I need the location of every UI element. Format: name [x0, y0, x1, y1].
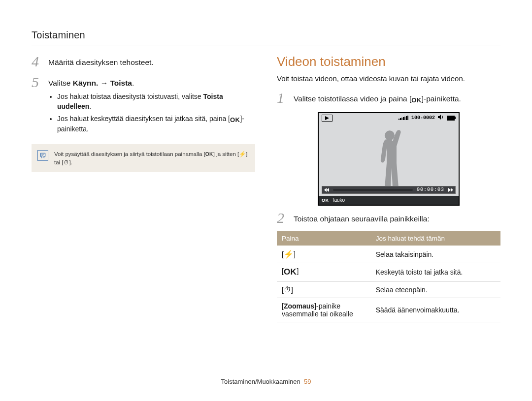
table-header: Jos haluat tehdä tämän	[371, 231, 500, 246]
table-row: [⏱] Selaa eteenpäin.	[277, 281, 500, 298]
step-4: 4 Määritä diaesityksen tehosteet.	[32, 54, 255, 70]
left-column: 4 Määritä diaesityksen tehosteet. 5 Vali…	[32, 54, 255, 322]
heading-video-playback: Videon toistaminen	[277, 54, 500, 69]
section-title: Toistaminen	[32, 30, 500, 41]
ok-icon: OK	[411, 96, 422, 105]
svg-marker-6	[451, 188, 453, 192]
svg-point-2	[385, 130, 395, 140]
step-text: Toistoa ohjataan seuraavilla painikkeill…	[294, 211, 430, 226]
volume-icon	[438, 115, 444, 121]
right-column: Videon toistaminen Voit toistaa videon, …	[277, 54, 500, 322]
table-row: [Zoomaus]-painike vasemmalle tai oikeall…	[277, 298, 500, 322]
step-1: 1 Valitse toistotilassa video ja paina […	[277, 91, 500, 107]
step-5: 5 Valitse Käynn. → Toista. Jos haluat to…	[32, 75, 255, 137]
svg-marker-1	[438, 115, 441, 120]
table-header: Paina	[277, 231, 371, 246]
ok-label: OK	[322, 198, 329, 203]
pause-label: Tauko	[332, 197, 345, 203]
timestamp: 00:00:03	[415, 187, 446, 192]
bullet-item: Jos haluat keskeyttää diaesityksen tai j…	[57, 114, 255, 134]
svg-marker-0	[325, 116, 329, 120]
timer-icon: ⏱	[64, 159, 69, 165]
step-text: Valitse Käynn. → Toista. Jos haluat tois…	[48, 75, 255, 137]
ok-icon: OK	[284, 267, 297, 277]
svg-marker-5	[448, 188, 451, 192]
divider	[32, 45, 500, 45]
rewind-icon	[322, 186, 331, 193]
person-silhouette	[369, 128, 408, 194]
camera-screen: 100-0002	[318, 112, 460, 206]
intro-text: Voit toistaa videon, ottaa videosta kuva…	[277, 74, 500, 83]
flash-icon: ⚡	[239, 151, 246, 157]
step-number: 2	[277, 211, 288, 226]
note-box: Voit pysäyttää diaesityksen ja siirtyä t…	[32, 144, 255, 172]
page-footer: Toistaminen/Muokkaaminen 59	[0, 378, 532, 385]
bullet-item: Jos haluat toistaa diaesitystä toistuvas…	[57, 92, 255, 111]
play-mode-icon	[322, 115, 332, 122]
progress-track	[333, 189, 413, 191]
step-number: 1	[277, 91, 288, 107]
table-row: [OK] Keskeytä toisto tai jatka sitä.	[277, 263, 500, 281]
forward-icon	[446, 186, 455, 193]
svg-marker-3	[327, 188, 329, 192]
table-row: [⚡] Selaa takaisinpäin.	[277, 246, 500, 263]
step-text: Valitse toistotilassa video ja paina [OK…	[294, 91, 461, 107]
battery-icon	[447, 116, 456, 121]
play-bar: 00:00:03	[322, 186, 456, 194]
camera-topbar: 100-0002	[319, 113, 459, 123]
step-number: 4	[32, 54, 42, 70]
note-text: Voit pysäyttää diaesityksen ja siirtyä t…	[54, 150, 248, 166]
ok-icon: OK	[230, 116, 240, 124]
signal-icon	[399, 116, 408, 120]
flash-icon: ⚡	[284, 250, 294, 258]
camera-bottombar: OK Tauko	[319, 196, 459, 205]
file-counter: 100-0002	[411, 115, 435, 121]
step-number: 5	[32, 75, 42, 137]
controls-table: Paina Jos haluat tehdä tämän [⚡] Selaa t…	[277, 231, 500, 322]
timer-icon: ⏱	[284, 285, 291, 294]
svg-marker-4	[324, 188, 327, 192]
ok-icon: OK	[205, 152, 213, 157]
step-text: Määritä diaesityksen tehosteet.	[48, 54, 154, 70]
note-icon	[37, 150, 48, 161]
step-2: 2 Toistoa ohjataan seuraavilla painikkei…	[277, 211, 500, 226]
